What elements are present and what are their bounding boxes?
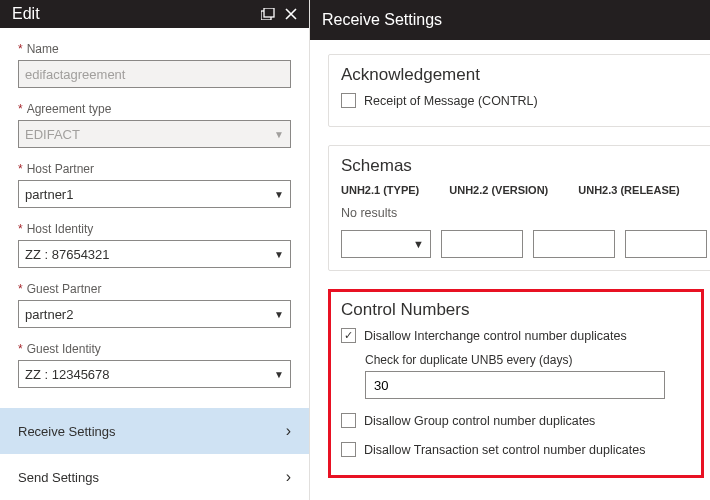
receive-settings-blade: Receive Settings Acknowledgement Receipt…: [310, 0, 710, 500]
receive-blade-title: Receive Settings: [322, 11, 698, 29]
section-schemas: Schemas UNH2.1 (TYPE) UNH2.2 (VERSION) U…: [328, 145, 710, 271]
host-partner-select[interactable]: partner1 ▼: [18, 180, 291, 208]
guest-partner-value: partner2: [25, 307, 73, 322]
field-host-identity: *Host Identity ZZ : 87654321 ▼: [18, 222, 291, 268]
nav-send-label: Send Settings: [18, 470, 99, 485]
field-name: *Name: [18, 42, 291, 88]
schema-unh25-input[interactable]: [625, 230, 707, 258]
edit-blade-header: Edit: [0, 0, 309, 28]
disallow-group-row: Disallow Group control number duplicates: [341, 413, 691, 428]
schema-unh23-input[interactable]: [533, 230, 615, 258]
chevron-down-icon: ▼: [274, 189, 284, 200]
field-agreement-type-label: *Agreement type: [18, 102, 291, 116]
svg-rect-1: [264, 8, 274, 17]
field-guest-identity-label: *Guest Identity: [18, 342, 291, 356]
name-input: [18, 60, 291, 88]
field-guest-partner: *Guest Partner partner2 ▼: [18, 282, 291, 328]
edit-blade-title: Edit: [12, 5, 251, 23]
disallow-txn-row: Disallow Transaction set control number …: [341, 442, 691, 457]
guest-identity-select[interactable]: ZZ : 12345678 ▼: [18, 360, 291, 388]
schema-unh22-input[interactable]: [441, 230, 523, 258]
control-title: Control Numbers: [341, 300, 691, 320]
agreement-type-value: EDIFACT: [25, 127, 80, 142]
chevron-down-icon: ▼: [274, 129, 284, 140]
ack-receipt-checkbox[interactable]: [341, 93, 356, 108]
disallow-txn-checkbox[interactable]: [341, 442, 356, 457]
guest-identity-value: ZZ : 12345678: [25, 367, 110, 382]
disallow-txn-label: Disallow Transaction set control number …: [364, 443, 645, 457]
guest-partner-select[interactable]: partner2 ▼: [18, 300, 291, 328]
chevron-down-icon: ▼: [274, 369, 284, 380]
nav-receive-settings[interactable]: Receive Settings ›: [0, 408, 309, 454]
receive-blade-header: Receive Settings: [310, 0, 710, 40]
field-host-partner-label: *Host Partner: [18, 162, 291, 176]
disallow-interchange-checkbox[interactable]: [341, 328, 356, 343]
host-identity-select[interactable]: ZZ : 87654321 ▼: [18, 240, 291, 268]
disallow-group-label: Disallow Group control number duplicates: [364, 414, 595, 428]
restore-icon[interactable]: [261, 8, 275, 20]
disallow-interchange-row: Disallow Interchange control number dupl…: [341, 328, 691, 343]
settings-nav: Receive Settings › Send Settings ›: [0, 408, 309, 500]
chevron-right-icon: ›: [286, 468, 291, 486]
field-host-identity-label: *Host Identity: [18, 222, 291, 236]
check-unb5-label: Check for duplicate UNB5 every (days): [365, 353, 691, 367]
chevron-right-icon: ›: [286, 422, 291, 440]
chevron-down-icon: ▼: [413, 238, 424, 250]
section-acknowledgement: Acknowledgement Receipt of Message (CONT…: [328, 54, 710, 127]
field-host-partner: *Host Partner partner1 ▼: [18, 162, 291, 208]
host-identity-value: ZZ : 87654321: [25, 247, 110, 262]
schema-unh21-select[interactable]: ▼: [341, 230, 431, 258]
check-unb5-input[interactable]: [365, 371, 665, 399]
field-name-label: *Name: [18, 42, 291, 56]
host-partner-value: partner1: [25, 187, 73, 202]
ack-receipt-label: Receipt of Message (CONTRL): [364, 94, 538, 108]
schema-col-unh21: UNH2.1 (TYPE): [341, 184, 419, 196]
schemas-input-row: ▼: [341, 230, 710, 258]
field-agreement-type: *Agreement type EDIFACT ▼: [18, 102, 291, 148]
schemas-no-results: No results: [341, 206, 710, 220]
schema-col-unh23: UNH2.3 (RELEASE): [578, 184, 679, 196]
ack-title: Acknowledgement: [341, 65, 710, 85]
field-guest-partner-label: *Guest Partner: [18, 282, 291, 296]
ack-receipt-row: Receipt of Message (CONTRL): [341, 93, 710, 108]
nav-send-settings[interactable]: Send Settings ›: [0, 454, 309, 500]
close-icon[interactable]: [285, 8, 297, 20]
disallow-group-checkbox[interactable]: [341, 413, 356, 428]
edit-form: *Name *Agreement type EDIFACT ▼ *Host Pa…: [0, 28, 309, 402]
agreement-type-select: EDIFACT ▼: [18, 120, 291, 148]
schemas-title: Schemas: [341, 156, 710, 176]
check-unb5-field: Check for duplicate UNB5 every (days): [365, 353, 691, 399]
schema-col-unh22: UNH2.2 (VERSION): [449, 184, 548, 196]
field-guest-identity: *Guest Identity ZZ : 12345678 ▼: [18, 342, 291, 388]
nav-receive-label: Receive Settings: [18, 424, 116, 439]
chevron-down-icon: ▼: [274, 249, 284, 260]
edit-blade: Edit *Name *Agreement type EDIFACT ▼: [0, 0, 310, 500]
chevron-down-icon: ▼: [274, 309, 284, 320]
disallow-interchange-label: Disallow Interchange control number dupl…: [364, 329, 627, 343]
schemas-header-row: UNH2.1 (TYPE) UNH2.2 (VERSION) UNH2.3 (R…: [341, 184, 710, 196]
section-control-numbers: Control Numbers Disallow Interchange con…: [328, 289, 704, 478]
